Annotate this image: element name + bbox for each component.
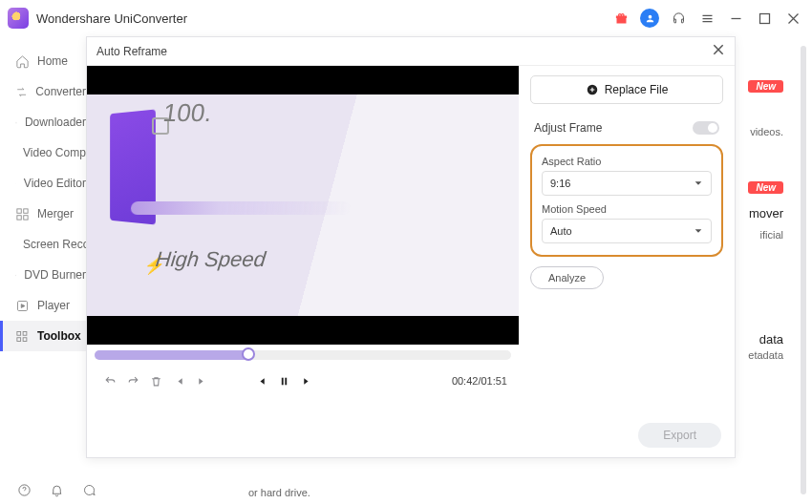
- svg-rect-7: [24, 215, 28, 219]
- svg-rect-15: [23, 337, 27, 341]
- new-badge: New: [748, 80, 783, 93]
- account-avatar[interactable]: [640, 9, 659, 28]
- prev-icon[interactable]: [249, 369, 272, 392]
- bg-text: etadata: [748, 349, 783, 361]
- sidebar-item-label: DVD Burner: [24, 268, 86, 282]
- playback-controls: 00:42/01:51: [87, 366, 519, 392]
- delete-icon[interactable]: [144, 369, 167, 392]
- sidebar-item-label: Merger: [37, 207, 74, 220]
- bg-text: mover: [749, 206, 783, 220]
- chevron-down-icon: [694, 178, 703, 188]
- svg-rect-17: [281, 377, 283, 385]
- bell-icon[interactable]: [48, 481, 65, 498]
- replace-file-button[interactable]: Replace File: [530, 75, 723, 104]
- sidebar-item-converter[interactable]: Converter: [0, 76, 86, 107]
- titlebar: Wondershare UniConverter: [0, 0, 812, 36]
- aspect-ratio-select[interactable]: 9:16: [542, 171, 712, 196]
- sidebar-item-label: Video Editor: [24, 177, 86, 190]
- sidebar-item-dvd[interactable]: DVD Burner: [0, 260, 86, 290]
- adjust-frame-toggle[interactable]: [693, 121, 719, 135]
- window-minimize[interactable]: [726, 9, 745, 28]
- svg-rect-18: [285, 377, 287, 385]
- frame-back-icon[interactable]: [167, 369, 190, 392]
- analyze-button[interactable]: Analyze: [530, 266, 604, 289]
- playback-time: 00:42/01:51: [452, 375, 507, 387]
- main-area: New videos. New mover ificial data etada…: [86, 36, 812, 504]
- svg-rect-13: [23, 331, 27, 335]
- aspect-label: Aspect Ratio: [542, 156, 712, 167]
- preview-text: 100.: [161, 98, 214, 128]
- scrollbar[interactable]: [801, 46, 806, 494]
- help-icon[interactable]: [15, 481, 32, 498]
- motion-value: Auto: [550, 225, 572, 237]
- replace-label: Replace File: [605, 83, 669, 96]
- export-button[interactable]: Export: [638, 423, 721, 448]
- bg-text: ificial: [760, 229, 783, 241]
- close-icon[interactable]: [712, 43, 725, 59]
- bg-text: data: [759, 332, 783, 346]
- next-icon[interactable]: [295, 369, 318, 392]
- svg-rect-5: [24, 208, 28, 212]
- preview-text: High Speed: [155, 247, 267, 272]
- sidebar-item-compressor[interactable]: Video Compressor: [0, 137, 86, 168]
- new-badge: New: [748, 181, 783, 194]
- sidebar: Home Converter Downloader Video Compress…: [0, 36, 86, 504]
- export-label: Export: [663, 429, 696, 442]
- sidebar-item-downloader[interactable]: Downloader: [0, 107, 86, 137]
- svg-rect-4: [17, 208, 21, 212]
- sidebar-item-toolbox[interactable]: Toolbox: [0, 321, 86, 351]
- chevron-down-icon: [694, 226, 703, 236]
- video-preview[interactable]: 100. ⚡ High Speed: [87, 66, 519, 345]
- adjust-label: Adjust Frame: [534, 121, 602, 135]
- dialog-header: Auto Reframe: [87, 37, 735, 66]
- sidebar-item-label: Player: [37, 299, 70, 312]
- settings-panel: Replace File Adjust Frame Aspect Ratio 9…: [519, 66, 735, 457]
- sidebar-item-merger[interactable]: Merger: [0, 199, 86, 229]
- svg-rect-12: [17, 331, 21, 335]
- motion-label: Motion Speed: [542, 203, 712, 215]
- analyze-label: Analyze: [548, 272, 586, 284]
- svg-rect-14: [17, 337, 21, 341]
- sidebar-item-label: Home: [37, 54, 68, 68]
- sidebar-item-player[interactable]: Player: [0, 290, 86, 321]
- aspect-value: 9:16: [550, 178, 570, 189]
- bg-text: or hard drive.: [248, 487, 310, 498]
- headset-icon[interactable]: [669, 9, 688, 28]
- sidebar-item-editor[interactable]: Video Editor: [0, 168, 86, 199]
- gift-icon[interactable]: [611, 9, 630, 28]
- sidebar-item-recorder[interactable]: Screen Recorder: [0, 229, 86, 260]
- preview-pane: 100. ⚡ High Speed: [87, 66, 519, 457]
- highlight-box: Aspect Ratio 9:16 Motion Speed Auto: [530, 144, 723, 257]
- sidebar-item-label: Converter: [35, 85, 86, 98]
- bg-text: videos.: [750, 126, 783, 137]
- timeline-slider[interactable]: [95, 350, 511, 360]
- svg-rect-0: [759, 13, 769, 23]
- sidebar-item-label: Toolbox: [37, 329, 81, 343]
- auto-reframe-dialog: Auto Reframe 100. ⚡ High Speed: [86, 36, 736, 458]
- sidebar-item-home[interactable]: Home: [0, 46, 86, 76]
- motion-speed-select[interactable]: Auto: [542, 219, 712, 243]
- window-close[interactable]: [783, 9, 802, 28]
- menu-icon[interactable]: [697, 9, 716, 28]
- adjust-frame-row: Adjust Frame: [534, 121, 719, 135]
- window-maximize[interactable]: [755, 9, 774, 28]
- redo-icon[interactable]: [121, 369, 144, 392]
- sidebar-item-label: Downloader: [25, 116, 86, 129]
- dialog-title: Auto Reframe: [96, 45, 167, 58]
- frame-fwd-icon[interactable]: [190, 369, 213, 392]
- svg-rect-6: [17, 215, 21, 219]
- svg-point-9: [15, 275, 16, 276]
- app-logo: [8, 8, 29, 29]
- app-title: Wondershare UniConverter: [36, 11, 187, 26]
- pause-icon[interactable]: [272, 369, 295, 392]
- undo-icon[interactable]: [98, 369, 121, 392]
